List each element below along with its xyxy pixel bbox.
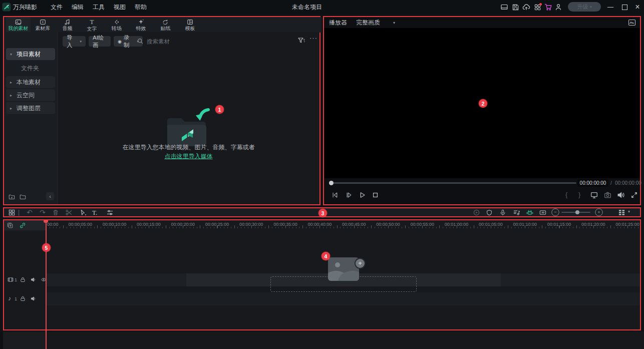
lock-track-icon[interactable] (20, 276, 26, 283)
toolbar-divider: | (18, 209, 20, 216)
adjust-icon[interactable] (105, 208, 114, 216)
restore-button[interactable] (618, 0, 631, 14)
audio-mixer-icon[interactable] (512, 208, 521, 216)
playback-progress-thumb[interactable] (329, 181, 334, 185)
tab-effects[interactable]: 特效 (129, 17, 153, 32)
tab-my-media[interactable]: 我的素材 (6, 17, 31, 32)
stop-button[interactable] (370, 189, 381, 200)
timeline-zoom-thumb[interactable] (575, 210, 579, 214)
audio-track-number: 1 (15, 296, 17, 301)
import-button[interactable]: 导入 ▾ (63, 36, 86, 47)
save-icon[interactable] (510, 0, 521, 14)
preview-quality-icon[interactable] (628, 19, 636, 26)
annotation-badge-4: 4 (321, 252, 330, 260)
new-folder-icon[interactable] (8, 193, 16, 200)
menu-view[interactable]: 视图 (109, 0, 130, 14)
folder-icon[interactable] (19, 193, 27, 200)
volume-button[interactable] (615, 189, 626, 200)
search-icon (137, 38, 144, 45)
sticker-icon (162, 19, 169, 26)
timeline-panel: 00:0000:00:05:0000:00:10:0000:00:15:0000… (3, 219, 641, 330)
sidebar-item-project-media[interactable]: ▾ 项目素材 (6, 48, 55, 60)
split-scissors-icon[interactable] (64, 208, 73, 216)
sidebar-item-local-media[interactable]: ▸ 本地素材 (6, 76, 55, 88)
render-preview-icon[interactable] (472, 208, 481, 216)
chevron-down-icon[interactable]: ▾ (628, 209, 630, 214)
snapshot-button[interactable] (602, 189, 613, 200)
zoom-in-icon[interactable]: + (595, 208, 602, 216)
caret-right-icon: ▸ (10, 80, 14, 85)
voiceover-mic-icon[interactable] (498, 208, 507, 216)
playhead-marker[interactable] (44, 220, 48, 223)
display-device-button[interactable] (588, 189, 599, 200)
chevron-down-icon: ▾ (80, 40, 82, 44)
menu-file[interactable]: 文件 (46, 0, 67, 14)
current-timecode[interactable]: 00:00:00:00 (577, 179, 608, 187)
fullscreen-button[interactable] (628, 189, 639, 200)
quality-select[interactable]: 完整画质 (356, 19, 380, 27)
undo-icon[interactable]: ↶ (25, 208, 34, 216)
store-cart-icon[interactable] (543, 0, 554, 14)
tab-transition[interactable]: 转场 (104, 17, 129, 32)
apps-grid-icon[interactable] (532, 0, 543, 14)
tab-templates[interactable]: 模板 (178, 17, 202, 32)
player-panel: 播放器 完整画质 ▾ 2 00:00:00:00 / 00:00:00:00 {… (323, 16, 641, 205)
previous-frame-button[interactable] (329, 189, 340, 200)
quick-text-tool-icon[interactable]: T. (92, 209, 97, 217)
tab-text[interactable]: T 文字 (80, 17, 104, 32)
audio-track-lane[interactable] (47, 292, 640, 305)
video-track-number: 1 (15, 277, 17, 282)
close-button[interactable]: × (631, 0, 644, 14)
mark-out-button[interactable]: } (578, 191, 580, 198)
select-tool-icon[interactable] (79, 208, 88, 216)
layout-blocks-icon[interactable] (7, 208, 16, 216)
annotation-badge-2: 2 (479, 99, 487, 108)
collapse-sidebar-button[interactable]: ‹ (46, 192, 54, 200)
next-frame-button[interactable] (343, 189, 354, 200)
sidebar-item-folder[interactable]: 文件夹 (6, 62, 55, 74)
menu-edit[interactable]: 编辑 (67, 0, 88, 14)
play-button[interactable] (357, 189, 368, 200)
playback-progress-bar[interactable] (330, 182, 576, 184)
mark-in-button[interactable]: { (565, 191, 567, 198)
cloud-upload-icon[interactable] (521, 0, 532, 14)
menu-help[interactable]: 帮助 (130, 0, 151, 14)
import-media-link[interactable]: 点击这里导入媒体 (58, 152, 319, 161)
ruler-ticks-major (46, 225, 640, 228)
my-media-icon (15, 19, 22, 26)
upgrade-button[interactable]: 升级▾ (568, 2, 601, 12)
transition-icon (113, 19, 120, 26)
tab-audio[interactable]: 音频 (55, 17, 80, 32)
more-options-icon[interactable]: ··· (309, 34, 317, 42)
mute-track-icon[interactable] (30, 295, 37, 302)
minimize-button[interactable]: — (604, 0, 617, 14)
mute-track-icon[interactable] (30, 276, 37, 283)
auto-ripple-icon[interactable] (538, 208, 547, 216)
track-manager-icon[interactable] (617, 208, 626, 216)
app-logo-icon (0, 0, 13, 14)
lock-track-icon[interactable] (20, 295, 26, 302)
effects-icon (137, 19, 145, 26)
media-panel: 我的素材 素材库 音频 T 文字 转场 特效 贴纸 模板 (3, 16, 320, 205)
smart-robot-icon[interactable] (525, 208, 534, 216)
shield-marker-icon[interactable] (485, 208, 494, 216)
redo-icon[interactable]: ↷ (38, 208, 47, 216)
playhead-line[interactable] (46, 220, 47, 349)
filter-icon[interactable] (297, 37, 305, 45)
sidebar-item-cloud-space[interactable]: ▸ 云空间 (6, 89, 55, 101)
menu-tools[interactable]: 工具 (88, 0, 109, 14)
layout-switch-icon[interactable] (499, 0, 510, 14)
title-bar: 万兴喵影 文件 编辑 工具 视图 帮助 未命名项目 升级▾ — × (0, 0, 644, 14)
app-name: 万兴喵影 (13, 3, 37, 12)
chevron-down-icon[interactable]: ▾ (393, 21, 395, 25)
tab-stickers[interactable]: 贴纸 (153, 17, 178, 32)
text-icon: T (90, 18, 94, 26)
add-media-plus-icon[interactable]: + (355, 258, 366, 269)
ai-paint-button[interactable]: AI绘画 (89, 36, 111, 47)
search-input[interactable] (146, 37, 223, 47)
sidebar-item-adjustment-layer[interactable]: ▸ 调整图层 (6, 102, 55, 114)
zoom-out-icon[interactable]: − (551, 208, 559, 216)
tab-stock-media[interactable]: 素材库 (31, 17, 55, 32)
delete-icon[interactable] (51, 208, 60, 216)
account-icon[interactable] (553, 0, 564, 14)
